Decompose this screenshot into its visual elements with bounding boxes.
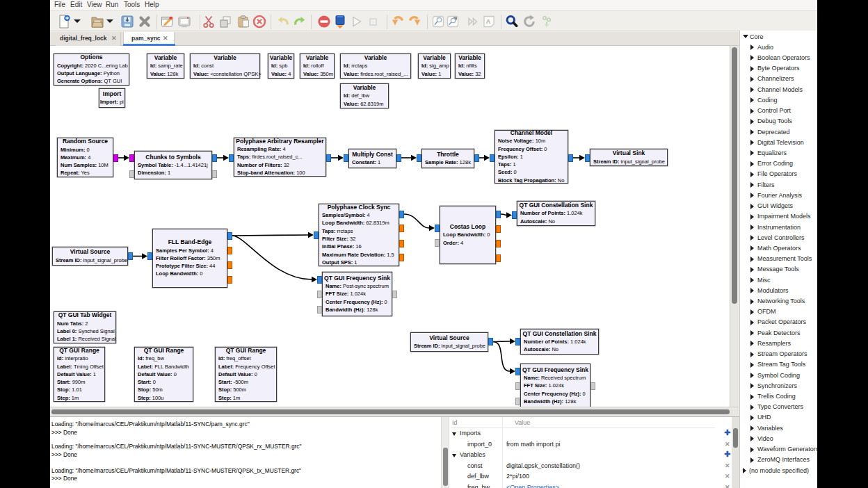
- svg-text:A: A: [486, 18, 491, 25]
